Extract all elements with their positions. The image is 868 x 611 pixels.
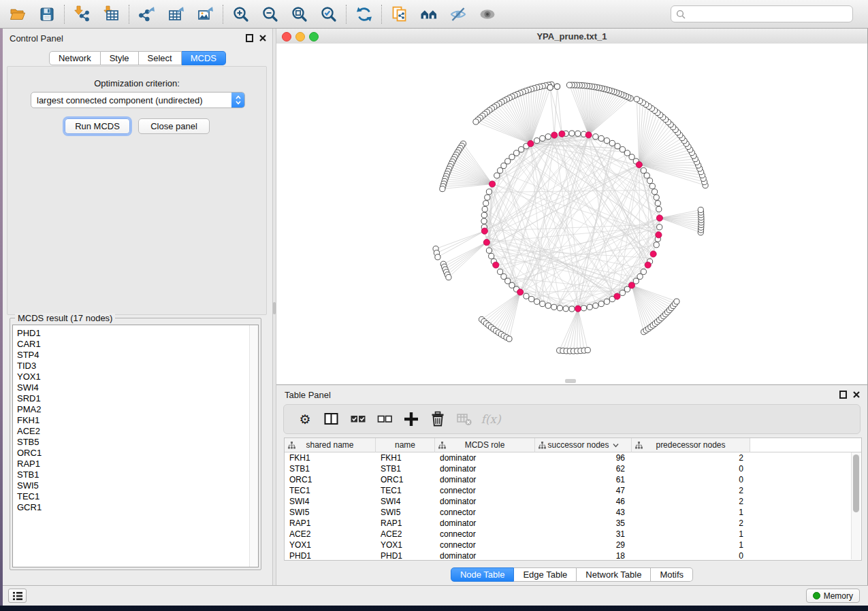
mcds-result-scrollbar[interactable] [249, 325, 258, 567]
table-scrollbar-thumb[interactable] [853, 455, 859, 512]
zoom-out-button[interactable] [255, 2, 285, 27]
export-network-button[interactable] [132, 2, 161, 27]
table-settings-button[interactable]: ⚙ [296, 410, 314, 428]
mcds-result-item[interactable]: SRD1 [17, 393, 258, 404]
column-header-predecessor-nodes[interactable]: predecessor nodes [632, 438, 750, 452]
first-neighbors-button[interactable] [414, 2, 443, 27]
mcds-result-item[interactable]: CAR1 [17, 339, 258, 350]
refresh-button[interactable] [349, 2, 379, 27]
new-network-from-selection-button[interactable] [385, 2, 414, 27]
table-row[interactable]: RAP1RAP1dominator352 [285, 518, 861, 529]
table-cell: STB1 [376, 463, 435, 474]
mcds-result-item[interactable]: YOX1 [17, 371, 258, 382]
export-image-button[interactable] [191, 2, 220, 27]
float-panel-button[interactable] [246, 34, 253, 42]
mcds-result-title: MCDS result (17 nodes) [15, 313, 115, 323]
mcds-result-item[interactable]: TEC1 [17, 491, 258, 502]
table-cell: 2 [632, 452, 750, 463]
close-panel-action-button[interactable]: Close panel [138, 118, 210, 134]
table-row[interactable]: ACE2ACE2connector311 [285, 529, 861, 540]
column-header-successor-nodes[interactable]: successor nodes [535, 438, 632, 452]
memory-button[interactable]: Memory [806, 589, 860, 603]
mcds-result-item[interactable]: SWI5 [17, 480, 258, 491]
tab-edge-table[interactable]: Edge Table [514, 567, 577, 582]
table-row[interactable]: PHD1PHD1dominator180 [285, 550, 861, 561]
mcds-result-item[interactable]: RAP1 [17, 459, 258, 469]
table-scrollbar[interactable] [851, 452, 861, 559]
table-cell: FKH1 [376, 452, 435, 463]
mcds-result-item[interactable]: TID3 [17, 361, 258, 371]
network-canvas[interactable] [276, 44, 867, 384]
show-hide-columns-button[interactable] [323, 410, 340, 428]
zoom-selected-icon [320, 5, 338, 23]
close-panel-button[interactable] [259, 34, 266, 42]
horizontal-splitter-grip[interactable] [565, 379, 576, 383]
graph-dominator-nodes[interactable] [481, 131, 662, 312]
tab-network[interactable]: Network [49, 51, 101, 65]
column-header-mcds-role[interactable]: MCDS role [435, 438, 535, 452]
open-button[interactable] [3, 2, 32, 27]
search-input[interactable] [689, 8, 852, 20]
tab-node-table[interactable]: Node Table [451, 567, 515, 582]
task-history-button[interactable] [8, 589, 27, 603]
create-column-button[interactable] [402, 410, 420, 428]
network-window-titlebar[interactable]: YPA_prune.txt_1 [276, 29, 867, 44]
mcds-result-list[interactable]: PHD1CAR1STP4TID3YOX1SWI4SRD1PMA2FKH1ACE2… [12, 325, 259, 567]
table-row[interactable]: YOX1YOX1connector291 [285, 540, 861, 550]
zoom-fit-button[interactable] [285, 2, 314, 27]
zoom-selected-button[interactable] [314, 2, 343, 27]
tab-select[interactable]: Select [139, 51, 182, 65]
search-box[interactable] [671, 5, 853, 22]
column-header-label: MCDS role [465, 440, 505, 450]
import-network-button[interactable] [67, 2, 97, 27]
mcds-result-item[interactable]: FKH1 [17, 415, 258, 426]
control-panel-header: Control Panel [3, 29, 272, 46]
export-table-button[interactable] [161, 2, 191, 27]
tab-style[interactable]: Style [101, 51, 139, 65]
table-cell: PHD1 [376, 550, 435, 561]
tab-network-table[interactable]: Network Table [577, 567, 651, 582]
mcds-result-item[interactable]: STP4 [17, 350, 258, 361]
tab-mcds[interactable]: MCDS [182, 51, 226, 65]
table-cell: PHD1 [285, 550, 376, 561]
table-close-panel-button[interactable] [852, 391, 860, 398]
hide-selected-button[interactable] [443, 2, 472, 27]
select-all-button[interactable] [349, 410, 367, 428]
zoom-in-button[interactable] [226, 2, 255, 27]
table-row[interactable]: SWI5SWI5connector431 [285, 507, 861, 518]
show-all-button[interactable] [472, 2, 502, 27]
deselect-all-icon [376, 410, 393, 428]
table-row[interactable]: SWI4SWI4dominator462 [285, 496, 861, 507]
delete-columns-button[interactable] [429, 410, 447, 428]
table-float-panel-button[interactable] [839, 391, 847, 398]
node-table[interactable]: shared namenameMCDS rolesuccessor nodesp… [284, 437, 862, 561]
table-row[interactable]: TEC1TEC1connector472 [285, 485, 861, 496]
table-row[interactable]: STB1STB1dominator620 [285, 463, 861, 474]
table-cell: ACE2 [376, 529, 435, 540]
optimization-criterion-select[interactable]: largest connected component (undirected) [31, 92, 245, 108]
mcds-result-item[interactable]: STB1 [17, 469, 258, 480]
mcds-result-item[interactable]: PMA2 [17, 404, 258, 415]
table-row[interactable]: FKH1FKH1dominator962 [285, 452, 861, 463]
mcds-result-item[interactable]: GCR1 [17, 502, 258, 513]
mcds-result-item[interactable]: ACE2 [17, 426, 258, 437]
tab-motifs[interactable]: Motifs [651, 567, 693, 582]
deselect-all-button[interactable] [376, 410, 393, 428]
table-cell: connector [435, 540, 535, 550]
column-header-shared-name[interactable]: shared name [285, 438, 376, 452]
column-header-name[interactable]: name [376, 438, 435, 452]
table-cell: dominator [435, 518, 535, 529]
mcds-result-item[interactable]: ORC1 [17, 448, 258, 459]
run-mcds-button[interactable]: Run MCDS [65, 118, 130, 134]
save-button[interactable] [32, 2, 61, 27]
mcds-result-item[interactable]: SWI4 [17, 382, 258, 393]
vertical-splitter-grip[interactable] [273, 302, 276, 314]
import-table-button[interactable] [97, 2, 126, 27]
network-graph[interactable] [276, 44, 867, 383]
mcds-result-item[interactable]: STB5 [17, 437, 258, 448]
table-row[interactable]: ORC1ORC1dominator610 [285, 474, 861, 485]
mcds-result-item[interactable]: PHD1 [17, 328, 258, 339]
search-icon [676, 10, 686, 19]
table-cell: 2 [632, 485, 750, 496]
show-all-icon [479, 5, 496, 23]
